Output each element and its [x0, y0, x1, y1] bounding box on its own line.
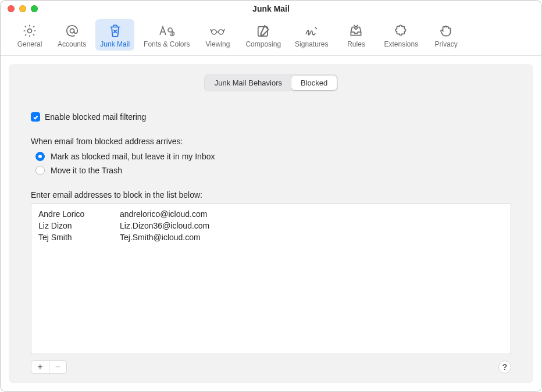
- blocked-name: Liz Dizon: [38, 221, 120, 230]
- segment-blocked[interactable]: Blocked: [291, 76, 337, 90]
- tab-label: Signatures: [295, 40, 328, 48]
- minimize-window-button[interactable]: [19, 5, 26, 12]
- list-item[interactable]: Tej Smith Tej.Smith@icloud.com: [31, 231, 511, 243]
- arrives-label: When email from blocked address arrives:: [31, 137, 511, 146]
- blocked-name: Tej Smith: [38, 233, 120, 242]
- radio-move-to-trash[interactable]: [35, 166, 45, 175]
- block-list-label: Enter email addresses to block in the li…: [31, 190, 511, 199]
- compose-icon: [256, 23, 271, 39]
- tab-label: Composing: [245, 40, 281, 48]
- at-sign-icon: [65, 23, 80, 39]
- settings-panel: Junk Mail Behaviors Blocked Enable block…: [9, 64, 533, 383]
- gear-icon: [22, 23, 37, 39]
- add-remove-control: + −: [31, 360, 67, 374]
- preferences-window: Junk Mail General Accounts Junk Mail F: [0, 0, 542, 392]
- svg-point-3: [219, 30, 223, 34]
- blocked-list[interactable]: Andre Lorico andrelorico@icloud.com Liz …: [31, 203, 511, 354]
- tab-signatures[interactable]: Signatures: [290, 19, 333, 51]
- svg-point-1: [70, 28, 74, 33]
- tab-label: Accounts: [58, 40, 86, 48]
- tab-label: Fonts & Colors: [144, 40, 190, 48]
- content: Junk Mail Behaviors Blocked Enable block…: [1, 56, 541, 391]
- preferences-toolbar: General Accounts Junk Mail Fonts & Color…: [1, 17, 541, 56]
- tab-extensions[interactable]: Extensions: [379, 19, 423, 51]
- radio-trash-label: Move it to the Trash: [51, 166, 122, 175]
- add-button[interactable]: +: [31, 361, 49, 373]
- titlebar: Junk Mail: [1, 1, 541, 17]
- tab-label: Junk Mail: [100, 40, 130, 48]
- list-item[interactable]: Liz Dizon Liz.Dizon36@icloud.com: [31, 220, 511, 231]
- hand-icon: [438, 23, 454, 39]
- tab-fonts-colors[interactable]: Fonts & Colors: [139, 19, 194, 51]
- tab-viewing[interactable]: Viewing: [199, 19, 236, 51]
- svg-point-0: [28, 29, 32, 33]
- radio-mark-label: Mark as blocked mail, but leave it in my…: [51, 152, 215, 161]
- tab-label: Viewing: [206, 40, 230, 48]
- segment-behaviors[interactable]: Junk Mail Behaviors: [205, 76, 291, 90]
- rules-tray-icon: [348, 23, 363, 39]
- blocked-email: Tej.Smith@icloud.com: [120, 233, 504, 242]
- glasses-icon: [209, 23, 226, 39]
- radio-mark-as-blocked[interactable]: [35, 152, 45, 161]
- tab-label: Extensions: [384, 40, 418, 48]
- blocked-email: andrelorico@icloud.com: [120, 209, 504, 219]
- enable-filtering-label: Enable blocked mail filtering: [45, 112, 146, 122]
- tab-label: General: [17, 40, 42, 48]
- tab-junk-mail[interactable]: Junk Mail: [95, 19, 134, 51]
- blocked-settings: Enable blocked mail filtering When email…: [23, 105, 519, 374]
- segmented-control: Junk Mail Behaviors Blocked: [204, 74, 338, 91]
- tab-composing[interactable]: Composing: [241, 19, 286, 51]
- puzzle-icon: [394, 23, 409, 39]
- tab-privacy[interactable]: Privacy: [427, 19, 465, 51]
- window-title: Junk Mail: [1, 4, 541, 13]
- close-window-button[interactable]: [8, 5, 15, 12]
- zoom-window-button[interactable]: [31, 5, 38, 12]
- blocked-email: Liz.Dizon36@icloud.com: [120, 221, 504, 230]
- tab-label: Rules: [347, 40, 365, 48]
- help-button[interactable]: ?: [498, 361, 511, 373]
- signature-icon: [304, 23, 320, 39]
- window-controls: [8, 5, 38, 12]
- blocked-name: Andre Lorico: [38, 209, 120, 219]
- remove-button[interactable]: −: [49, 361, 66, 373]
- svg-point-2: [212, 30, 216, 34]
- tab-accounts[interactable]: Accounts: [53, 19, 91, 51]
- fonts-icon: [158, 23, 176, 39]
- junk-bin-icon: [108, 23, 123, 39]
- tab-rules[interactable]: Rules: [337, 19, 375, 51]
- list-item[interactable]: Andre Lorico andrelorico@icloud.com: [31, 208, 511, 220]
- enable-filtering-checkbox[interactable]: [31, 112, 40, 122]
- arrives-radio-group: Mark as blocked mail, but leave it in my…: [35, 149, 511, 177]
- tab-general[interactable]: General: [11, 19, 48, 51]
- tab-label: Privacy: [435, 40, 458, 48]
